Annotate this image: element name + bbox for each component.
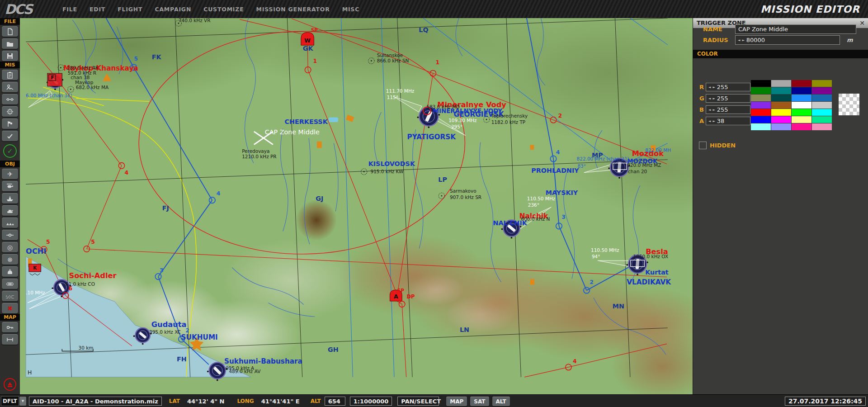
palette-swatch-24[interactable]: [751, 123, 771, 130]
palette-swatch-19[interactable]: [812, 109, 832, 116]
left-toolbar: FILEMIS✓OBJ✈◎⊗△◇□✖MAP: [0, 18, 20, 394]
toolbar-section-mis: MIS: [0, 62, 20, 68]
goal-button[interactable]: [2, 106, 18, 117]
new-mission-button[interactable]: [2, 26, 18, 37]
waypoint-button[interactable]: [2, 230, 18, 240]
palette-swatch-25[interactable]: [771, 123, 791, 130]
zone-name-input[interactable]: [735, 24, 856, 34]
channel-stepper-r[interactable]: ◄►255: [706, 83, 750, 91]
summary-button[interactable]: [2, 131, 18, 141]
increment-icon[interactable]: ►: [712, 97, 715, 100]
channel-stepper-b[interactable]: ◄►255: [706, 105, 750, 114]
bullseye-button[interactable]: [2, 266, 18, 277]
menu-misc[interactable]: MISC: [342, 6, 359, 13]
shapes-button[interactable]: △◇□: [2, 291, 18, 301]
increment-icon[interactable]: ►: [712, 85, 715, 89]
briefing-button[interactable]: [2, 70, 18, 80]
palette-swatch-4[interactable]: [751, 87, 771, 94]
palette-swatch-21[interactable]: [771, 116, 791, 123]
menu-campaign[interactable]: CAMPAIGN: [155, 6, 191, 13]
measure-icon: [6, 336, 14, 343]
exit-button[interactable]: [4, 378, 16, 391]
decrement-icon[interactable]: ◄: [708, 85, 711, 89]
shapes-icon: △◇□: [6, 293, 14, 300]
palette-swatch-16[interactable]: [751, 109, 771, 116]
palette-swatch-15[interactable]: [812, 102, 832, 109]
palette-swatch-3[interactable]: [812, 80, 832, 87]
menu-mission-generator[interactable]: MISSION GENERATOR: [256, 6, 330, 13]
palette-swatch-9[interactable]: [771, 95, 791, 101]
palette-swatch-6[interactable]: [792, 87, 811, 94]
rules-button[interactable]: [2, 94, 18, 104]
decrement-icon[interactable]: ◄: [708, 97, 711, 100]
palette-swatch-7[interactable]: [812, 87, 832, 94]
increment-icon[interactable]: ►: [742, 38, 744, 42]
map-label: SP: [311, 27, 318, 33]
palette-swatch-26[interactable]: [792, 123, 811, 130]
static-object-button[interactable]: [2, 218, 18, 228]
palette-swatch-23[interactable]: [812, 116, 832, 123]
palette-swatch-27[interactable]: [812, 123, 832, 130]
decrement-icon[interactable]: ◄: [738, 38, 740, 42]
palette-swatch-1[interactable]: [771, 80, 791, 87]
save-mission-button[interactable]: [2, 51, 18, 61]
profile-select[interactable]: DFLT: [1, 396, 19, 406]
hidden-checkbox[interactable]: [699, 142, 707, 149]
vehicle-group-button[interactable]: [2, 205, 18, 216]
palette-swatch-2[interactable]: [792, 80, 811, 87]
palette-swatch-11[interactable]: [812, 95, 832, 101]
helicopter-group-button[interactable]: [2, 181, 18, 191]
unit-symbol[interactable]: [47, 73, 62, 86]
palette-swatch-13[interactable]: [771, 102, 791, 109]
airplane-group-button[interactable]: ✈: [2, 169, 18, 179]
map-layer-button[interactable]: MAP: [446, 397, 467, 406]
weather-button[interactable]: [2, 82, 18, 92]
palette-swatch-17[interactable]: [771, 109, 791, 116]
beacon-dot: [70, 89, 71, 90]
menu-flight[interactable]: FLIGHT: [118, 6, 142, 13]
measure-distance-button[interactable]: [2, 334, 18, 345]
radius-stepper[interactable]: ◄ ► 80000: [735, 35, 840, 45]
flag-button[interactable]: [2, 118, 18, 129]
ship-group-button[interactable]: [2, 193, 18, 204]
map-canvas[interactable]: FKWALQFKGKFJGJLPMPMNLNGHFHCHERKESSKMINER…: [20, 18, 693, 394]
decrement-icon[interactable]: ◄: [708, 108, 711, 112]
menu-customize[interactable]: CUSTOMIZE: [203, 6, 244, 13]
increment-icon[interactable]: ►: [712, 108, 715, 112]
menu-edit[interactable]: EDIT: [90, 6, 105, 13]
palette-swatch-22[interactable]: [792, 116, 811, 123]
map-key-button[interactable]: [2, 322, 18, 332]
circles3-icon: [6, 280, 14, 288]
mouse-mode[interactable]: PAN/SELECT: [397, 397, 439, 406]
palette-swatch-0[interactable]: [751, 80, 771, 87]
map-label: 236°: [528, 202, 539, 208]
palette-swatch-10[interactable]: [792, 95, 811, 101]
palette-swatch-18[interactable]: [792, 109, 811, 116]
close-icon[interactable]: ✕: [859, 18, 865, 28]
palette-swatch-14[interactable]: [792, 102, 811, 109]
map-label: 61.0 kHz CO: [66, 281, 95, 287]
remove-zone-button[interactable]: ⊗: [2, 254, 18, 265]
decrement-icon[interactable]: ◄: [708, 119, 711, 123]
palette-swatch-5[interactable]: [771, 87, 791, 94]
sat-layer-button[interactable]: SAT: [470, 397, 489, 406]
template-button[interactable]: [2, 279, 18, 289]
ship-icon: [6, 195, 14, 202]
chevron-down-icon[interactable]: ▼: [19, 397, 26, 406]
trigger-zone-button[interactable]: ◎: [2, 242, 18, 252]
channel-stepper-g[interactable]: ◄►255: [706, 94, 750, 103]
alt-layer-button[interactable]: ALT: [492, 397, 510, 406]
palette-swatch-20[interactable]: [751, 116, 771, 123]
delete-button[interactable]: ✖: [2, 303, 18, 313]
palette-swatch-12[interactable]: [751, 102, 771, 109]
palette-swatch-8[interactable]: [751, 95, 771, 101]
river: [594, 298, 666, 355]
map-label: 4: [556, 149, 560, 156]
channel-stepper-a[interactable]: ◄►38: [706, 117, 750, 125]
channel-label-a: A: [699, 118, 704, 124]
increment-icon[interactable]: ►: [712, 119, 715, 123]
validate-button[interactable]: ✓: [3, 144, 17, 158]
river: [280, 128, 288, 231]
open-mission-button[interactable]: [2, 38, 18, 49]
menu-file[interactable]: FILE: [62, 6, 77, 13]
